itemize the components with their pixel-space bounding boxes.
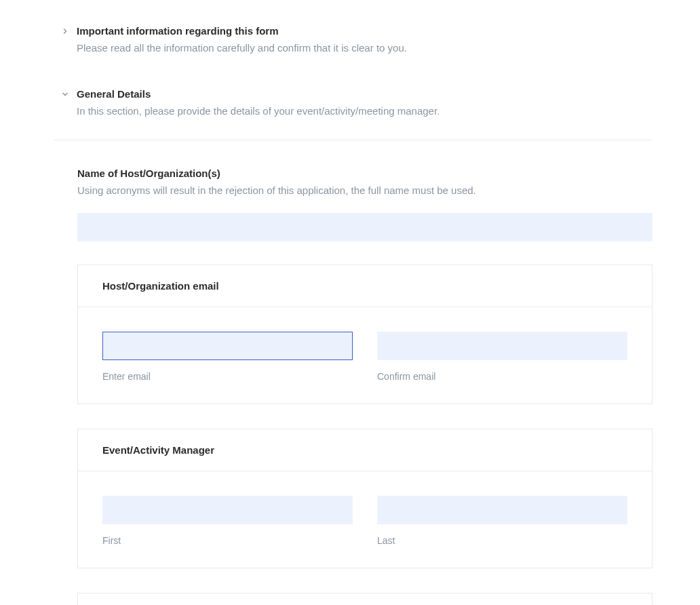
section-divider: [54, 140, 653, 140]
general-details-desc: In this section, please provide the deta…: [77, 104, 653, 119]
event-manager-first-label: First: [102, 535, 353, 546]
event-manager-first-input[interactable]: [102, 496, 353, 524]
host-email-card: Host/Organization email Enter email Conf…: [77, 265, 653, 404]
host-email-confirm-input[interactable]: [377, 332, 627, 360]
chevron-right-icon: [61, 27, 69, 35]
important-info-desc: Please read all the information carefull…: [77, 41, 653, 56]
event-manager-card: Event/Activity Manager First Last: [77, 429, 653, 568]
event-manager-last-label: Last: [377, 535, 627, 546]
chevron-down-icon: [61, 90, 69, 98]
event-manager-title: Event/Activity Manager: [102, 444, 627, 456]
host-email-enter-input[interactable]: [102, 332, 353, 360]
event-manager-last-input[interactable]: [377, 496, 627, 524]
host-organization-desc: Using acronyms will result in the reject…: [77, 183, 653, 199]
important-info-title: Important information regarding this for…: [77, 24, 653, 38]
section-important-info[interactable]: Important information regarding this for…: [54, 24, 653, 56]
general-details-title: General Details: [77, 87, 653, 101]
host-email-confirm-label: Confirm email: [377, 371, 627, 382]
host-email-title: Host/Organization email: [102, 280, 627, 292]
host-organization-title: Name of Host/Organization(s): [77, 166, 653, 180]
host-organization-input[interactable]: [77, 213, 653, 241]
section-general-details[interactable]: General Details In this section, please …: [54, 87, 653, 119]
host-organization-block: Name of Host/Organization(s) Using acron…: [77, 166, 653, 242]
manager-email-card: Event/Activity Manager Email: [77, 593, 653, 605]
host-email-enter-label: Enter email: [102, 371, 353, 382]
